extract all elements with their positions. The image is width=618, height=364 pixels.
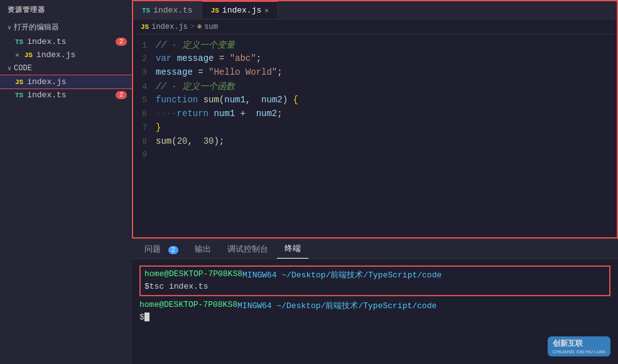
terminal-path: MINGW64 ~/Desktop/前端技术/TypeScript/code (242, 269, 442, 281)
function-icon: ⊕ (197, 22, 202, 31)
arrow-icon: ∨ (8, 65, 11, 72)
bottom-panel: 问题 2 输出 调试控制台 终端 home@DESKTOP-7P08KS8 MI… (132, 238, 618, 364)
lang-ts-icon: TS (15, 92, 23, 99)
line-content: var message = "abc"; (156, 53, 261, 63)
line-number: 5 (138, 95, 156, 105)
line-content: message = "Hello World"; (156, 67, 283, 77)
tabs-bar: TS index.ts JS index.js ✕ (133, 1, 617, 19)
close-icon[interactable]: ✕ (15, 51, 19, 59)
line-number: 8 (138, 137, 156, 146)
sidebar: 资源管理器 ∨ 打开的编辑器 TS index.ts 2 ✕ JS index.… (0, 0, 132, 364)
line-number: 4 (138, 82, 156, 92)
tab-label: 问题 (144, 245, 161, 254)
error-badge: 2 (116, 91, 127, 99)
tab-label: 调试控制台 (227, 245, 268, 254)
code-area: 1 // · 定义一个变量 2 var message = "abc"; 3 m… (133, 35, 617, 237)
code-line-7: 7 } (133, 122, 617, 136)
code-line-8: 8 sum(20, 30); (133, 136, 617, 150)
lang-js-icon: JS (211, 7, 219, 14)
line-content: // · 定义一个变量 (156, 40, 235, 51)
terminal-path: MINGW64 ~/Desktop/前端技术/TypeScript/code (237, 300, 436, 311)
terminal-prompt: $ (139, 313, 144, 322)
tab-label: index.js (222, 6, 261, 15)
line-number: 2 (138, 54, 156, 63)
line-content: // · 定义一个函数 (156, 81, 235, 92)
code-line-4: 4 // · 定义一个函数 (133, 81, 617, 95)
sidebar-item-js-code[interactable]: JS index.js (0, 75, 132, 88)
line-content: sum(20, 30); (156, 136, 224, 146)
sidebar-item-ts-index[interactable]: TS index.ts 2 (0, 35, 132, 48)
line-content: function sum(num1, num2) { (156, 95, 298, 105)
breadcrumb-sep: > (190, 23, 195, 31)
terminal-highlighted-block: home@DESKTOP-7P08KS8 MINGW64 ~/Desktop/前… (139, 265, 610, 296)
line-number: 6 (138, 109, 156, 119)
section-label: CODE (14, 64, 32, 73)
terminal-line: home@DESKTOP-7P08KS8 MINGW64 ~/Desktop/前… (144, 269, 605, 281)
file-name: index.js (36, 50, 75, 60)
line-content: ····return num1 + num2; (156, 109, 283, 119)
sidebar-section-open-editors[interactable]: ∨ 打开的编辑器 (0, 19, 132, 35)
terminal-cursor (144, 313, 149, 321)
line-number: 3 (138, 68, 156, 77)
panel-tab-debug[interactable]: 调试控制台 (220, 240, 276, 259)
sidebar-item-ts-code[interactable]: TS index.ts 2 (0, 88, 132, 102)
tab-label: 终端 (285, 244, 301, 254)
breadcrumb-file: index.js (151, 23, 188, 31)
terminal-user: home@DESKTOP-7P08KS8 (139, 300, 237, 311)
code-line-5: 5 function sum(num1, num2) { (133, 95, 617, 109)
terminal-line: $ tsc index.ts (144, 282, 605, 291)
file-name: index.ts (27, 90, 66, 100)
lang-js-icon: JS (24, 51, 33, 59)
line-content: } (156, 122, 161, 132)
terminal-content: home@DESKTOP-7P08KS8 MINGW64 ~/Desktop/前… (132, 259, 618, 364)
main-area: TS index.ts JS index.js ✕ JS index.js > … (132, 0, 618, 364)
terminal-line: home@DESKTOP-7P08KS8 MINGW64 ~/Desktop/前… (139, 300, 610, 311)
code-line-3: 3 message = "Hello World"; (133, 67, 617, 81)
code-line-1: 1 // · 定义一个变量 (133, 40, 617, 53)
tab-index-ts[interactable]: TS index.ts (133, 2, 202, 19)
breadcrumb-func: sum (204, 23, 218, 31)
terminal-line: $ (139, 313, 610, 322)
panel-badge: 2 (168, 246, 178, 254)
terminal-command: tsc index.ts (149, 282, 209, 291)
tab-label: 输出 (195, 245, 211, 254)
line-number: 7 (138, 123, 156, 132)
line-number: 9 (138, 150, 156, 159)
sidebar-item-js-index[interactable]: ✕ JS index.js (0, 48, 132, 62)
tab-label: index.ts (153, 6, 192, 15)
breadcrumb: JS index.js > ⊕ sum (133, 19, 617, 35)
error-badge: 2 (116, 38, 127, 46)
lang-js-icon: JS (141, 23, 149, 31)
panel-tab-problems[interactable]: 问题 2 (137, 240, 186, 259)
terminal-prompt: $ (144, 282, 149, 291)
arrow-icon: ∨ (8, 24, 11, 31)
panel-tabs-bar: 问题 2 输出 调试控制台 终端 (132, 239, 618, 259)
watermark: 创新互联 CHUANG XIN HU LIAN (548, 336, 610, 356)
lang-js-icon: JS (15, 78, 23, 86)
lang-ts-icon: TS (15, 38, 23, 46)
sidebar-title: 资源管理器 (0, 0, 132, 19)
file-name: index.ts (27, 37, 66, 46)
line-number: 1 (138, 41, 156, 50)
watermark-line1: 创新互联 (553, 338, 605, 349)
lang-ts-icon: TS (142, 7, 150, 14)
section-label: 打开的编辑器 (14, 22, 59, 33)
file-name: index.js (27, 77, 66, 87)
code-line-6: 6 ····return num1 + num2; (133, 109, 617, 122)
terminal-user: home@DESKTOP-7P08KS8 (144, 269, 242, 281)
panel-tab-terminal[interactable]: 终端 (277, 239, 308, 259)
tab-index-js[interactable]: JS index.js ✕ (202, 1, 278, 19)
code-line-9: 9 (133, 150, 617, 164)
panel-tab-output[interactable]: 输出 (187, 240, 219, 259)
watermark-line2: CHUANG XIN HU LIAN (553, 349, 605, 355)
tab-close-icon[interactable]: ✕ (264, 6, 269, 14)
editor-area: TS index.ts JS index.js ✕ JS index.js > … (132, 0, 618, 238)
sidebar-section-code[interactable]: ∨ CODE (0, 62, 132, 75)
code-line-2: 2 var message = "abc"; (133, 53, 617, 67)
